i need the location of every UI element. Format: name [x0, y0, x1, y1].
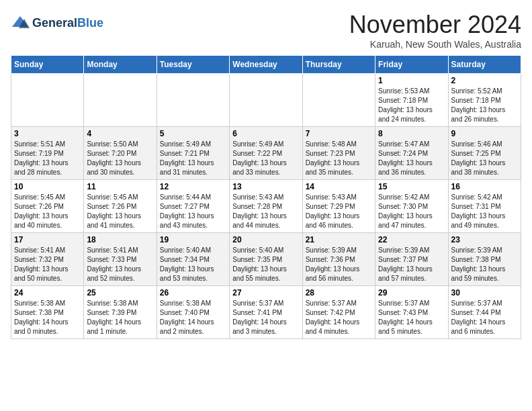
- day-number: 20: [232, 235, 299, 244]
- day-number: 21: [306, 235, 372, 244]
- day-number: 17: [14, 235, 81, 244]
- day-number: 16: [451, 182, 518, 191]
- calendar-cell: 19Sunrise: 5:40 AM Sunset: 7:34 PM Dayli…: [157, 233, 229, 286]
- day-detail: Sunrise: 5:49 AM Sunset: 7:21 PM Dayligh…: [160, 140, 226, 177]
- day-number: 22: [378, 235, 445, 244]
- calendar-cell: 21Sunrise: 5:39 AM Sunset: 7:36 PM Dayli…: [302, 233, 375, 286]
- calendar-cell: [157, 74, 229, 127]
- calendar-cell: [302, 74, 375, 127]
- calendar-week-row: 17Sunrise: 5:41 AM Sunset: 7:32 PM Dayli…: [11, 233, 521, 286]
- day-detail: Sunrise: 5:51 AM Sunset: 7:19 PM Dayligh…: [14, 140, 81, 177]
- calendar-week-row: 1Sunrise: 5:53 AM Sunset: 7:18 PM Daylig…: [11, 74, 521, 127]
- weekday-header-thursday: Thursday: [302, 56, 375, 74]
- day-number: 26: [160, 288, 226, 298]
- day-number: 28: [306, 288, 372, 298]
- calendar-cell: 7Sunrise: 5:48 AM Sunset: 7:23 PM Daylig…: [302, 127, 375, 180]
- day-number: 30: [451, 288, 518, 298]
- calendar-cell: 6Sunrise: 5:49 AM Sunset: 7:22 PM Daylig…: [230, 127, 302, 180]
- calendar-cell: [11, 74, 84, 127]
- weekday-header-sunday: Sunday: [11, 56, 84, 74]
- calendar-cell: 14Sunrise: 5:43 AM Sunset: 7:29 PM Dayli…: [302, 180, 375, 233]
- calendar-cell: 8Sunrise: 5:47 AM Sunset: 7:24 PM Daylig…: [375, 127, 448, 180]
- calendar-cell: 30Sunrise: 5:37 AM Sunset: 7:44 PM Dayli…: [448, 286, 521, 339]
- day-number: 13: [232, 182, 299, 191]
- calendar-cell: 15Sunrise: 5:42 AM Sunset: 7:30 PM Dayli…: [375, 180, 448, 233]
- calendar-cell: 12Sunrise: 5:44 AM Sunset: 7:27 PM Dayli…: [157, 180, 229, 233]
- day-detail: Sunrise: 5:37 AM Sunset: 7:42 PM Dayligh…: [306, 299, 372, 336]
- day-detail: Sunrise: 5:50 AM Sunset: 7:20 PM Dayligh…: [87, 140, 153, 177]
- calendar-cell: [84, 74, 157, 127]
- calendar-week-row: 10Sunrise: 5:45 AM Sunset: 7:26 PM Dayli…: [11, 180, 521, 233]
- day-detail: Sunrise: 5:38 AM Sunset: 7:39 PM Dayligh…: [87, 299, 153, 336]
- calendar-cell: 26Sunrise: 5:38 AM Sunset: 7:40 PM Dayli…: [157, 286, 229, 339]
- calendar-cell: 25Sunrise: 5:38 AM Sunset: 7:39 PM Dayli…: [84, 286, 157, 339]
- weekday-header-wednesday: Wednesday: [230, 56, 302, 74]
- logo-icon: [11, 13, 30, 32]
- day-number: 11: [87, 182, 153, 191]
- day-detail: Sunrise: 5:42 AM Sunset: 7:30 PM Dayligh…: [378, 193, 445, 230]
- day-number: 14: [306, 182, 372, 191]
- day-detail: Sunrise: 5:45 AM Sunset: 7:26 PM Dayligh…: [87, 193, 153, 230]
- calendar-cell: 24Sunrise: 5:38 AM Sunset: 7:38 PM Dayli…: [11, 286, 84, 339]
- day-detail: Sunrise: 5:43 AM Sunset: 7:28 PM Dayligh…: [232, 193, 299, 230]
- logo-general: General: [32, 16, 77, 30]
- day-detail: Sunrise: 5:45 AM Sunset: 7:26 PM Dayligh…: [14, 193, 81, 230]
- weekday-header-saturday: Saturday: [448, 56, 521, 74]
- day-number: 24: [14, 288, 81, 298]
- calendar-cell: 22Sunrise: 5:39 AM Sunset: 7:37 PM Dayli…: [375, 233, 448, 286]
- calendar-cell: 9Sunrise: 5:46 AM Sunset: 7:25 PM Daylig…: [448, 127, 521, 180]
- day-detail: Sunrise: 5:37 AM Sunset: 7:44 PM Dayligh…: [451, 299, 518, 336]
- calendar-cell: 4Sunrise: 5:50 AM Sunset: 7:20 PM Daylig…: [84, 127, 157, 180]
- calendar-cell: 13Sunrise: 5:43 AM Sunset: 7:28 PM Dayli…: [230, 180, 302, 233]
- calendar-cell: 2Sunrise: 5:52 AM Sunset: 7:18 PM Daylig…: [448, 74, 521, 127]
- weekday-header-tuesday: Tuesday: [157, 56, 229, 74]
- day-detail: Sunrise: 5:48 AM Sunset: 7:23 PM Dayligh…: [306, 140, 372, 177]
- day-number: 12: [160, 182, 226, 191]
- day-number: 18: [87, 235, 153, 244]
- calendar-cell: 1Sunrise: 5:53 AM Sunset: 7:18 PM Daylig…: [375, 74, 448, 127]
- logo: General Blue: [11, 13, 103, 32]
- day-number: 1: [378, 76, 445, 85]
- day-number: 5: [160, 129, 226, 138]
- day-detail: Sunrise: 5:38 AM Sunset: 7:38 PM Dayligh…: [14, 299, 81, 336]
- day-number: 3: [14, 129, 81, 138]
- day-detail: Sunrise: 5:46 AM Sunset: 7:25 PM Dayligh…: [451, 140, 518, 177]
- day-detail: Sunrise: 5:38 AM Sunset: 7:40 PM Dayligh…: [160, 299, 226, 336]
- day-number: 15: [378, 182, 445, 191]
- day-detail: Sunrise: 5:53 AM Sunset: 7:18 PM Dayligh…: [378, 87, 445, 124]
- logo-line2: Blue: [77, 16, 103, 30]
- calendar-cell: [230, 74, 302, 127]
- day-detail: Sunrise: 5:52 AM Sunset: 7:18 PM Dayligh…: [451, 87, 518, 124]
- day-number: 2: [451, 76, 518, 85]
- month-title: November 2024: [349, 11, 521, 39]
- day-detail: Sunrise: 5:40 AM Sunset: 7:34 PM Dayligh…: [160, 246, 226, 283]
- calendar-cell: 20Sunrise: 5:40 AM Sunset: 7:35 PM Dayli…: [230, 233, 302, 286]
- calendar-week-row: 24Sunrise: 5:38 AM Sunset: 7:38 PM Dayli…: [11, 286, 521, 339]
- calendar-cell: 16Sunrise: 5:42 AM Sunset: 7:31 PM Dayli…: [448, 180, 521, 233]
- day-number: 29: [378, 288, 445, 298]
- calendar-cell: 3Sunrise: 5:51 AM Sunset: 7:19 PM Daylig…: [11, 127, 84, 180]
- day-number: 4: [87, 129, 153, 138]
- calendar-cell: 11Sunrise: 5:45 AM Sunset: 7:26 PM Dayli…: [84, 180, 157, 233]
- day-detail: Sunrise: 5:47 AM Sunset: 7:24 PM Dayligh…: [378, 140, 445, 177]
- day-detail: Sunrise: 5:49 AM Sunset: 7:22 PM Dayligh…: [232, 140, 299, 177]
- calendar-cell: 10Sunrise: 5:45 AM Sunset: 7:26 PM Dayli…: [11, 180, 84, 233]
- day-detail: Sunrise: 5:37 AM Sunset: 7:41 PM Dayligh…: [232, 299, 299, 336]
- day-detail: Sunrise: 5:39 AM Sunset: 7:38 PM Dayligh…: [451, 246, 518, 283]
- weekday-header-friday: Friday: [375, 56, 448, 74]
- day-detail: Sunrise: 5:37 AM Sunset: 7:43 PM Dayligh…: [378, 299, 445, 336]
- day-number: 19: [160, 235, 226, 244]
- location: Karuah, New South Wales, Australia: [349, 39, 521, 50]
- day-number: 27: [232, 288, 299, 298]
- day-number: 23: [451, 235, 518, 244]
- day-number: 9: [451, 129, 518, 138]
- title-block: November 2024 Karuah, New South Wales, A…: [349, 11, 521, 50]
- day-number: 10: [14, 182, 81, 191]
- day-number: 6: [232, 129, 299, 138]
- day-detail: Sunrise: 5:42 AM Sunset: 7:31 PM Dayligh…: [451, 193, 518, 230]
- calendar-cell: 28Sunrise: 5:37 AM Sunset: 7:42 PM Dayli…: [302, 286, 375, 339]
- page-header: General Blue November 2024 Karuah, New S…: [11, 11, 521, 50]
- calendar-cell: 5Sunrise: 5:49 AM Sunset: 7:21 PM Daylig…: [157, 127, 229, 180]
- day-detail: Sunrise: 5:41 AM Sunset: 7:33 PM Dayligh…: [87, 246, 153, 283]
- day-detail: Sunrise: 5:44 AM Sunset: 7:27 PM Dayligh…: [160, 193, 226, 230]
